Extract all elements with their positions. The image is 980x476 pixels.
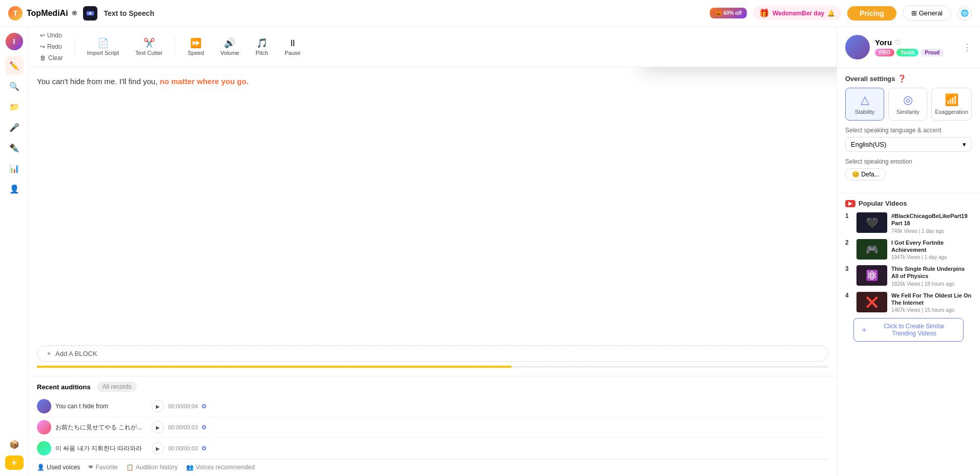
tab-icon: ❤ bbox=[88, 464, 93, 471]
redo-button[interactable]: ↪ Redo bbox=[37, 42, 66, 51]
record-dot[interactable] bbox=[202, 425, 206, 429]
undo-button[interactable]: ↩ Undo bbox=[37, 31, 66, 40]
exaggeration-icon: 📶 bbox=[945, 93, 958, 107]
video-number: 3 bbox=[845, 265, 852, 272]
sidebar-icon-person[interactable]: 👤 bbox=[5, 180, 24, 198]
text-cutter-tool[interactable]: ✂️ Text Cutter bbox=[131, 35, 167, 58]
record-dot[interactable] bbox=[202, 446, 206, 450]
record-avatar bbox=[37, 420, 51, 434]
exaggeration-card[interactable]: 📶 Exaggeration bbox=[931, 88, 972, 121]
similarity-card[interactable]: ◎ Similarity bbox=[888, 88, 927, 121]
all-records-button[interactable]: All records bbox=[97, 382, 137, 392]
general-button[interactable]: ⊞ General bbox=[903, 6, 951, 21]
record-dot[interactable] bbox=[202, 404, 206, 408]
record-play-button[interactable]: ▶ bbox=[152, 442, 164, 454]
video-thumbnail: 🖤 bbox=[856, 212, 887, 233]
progress-bar bbox=[37, 366, 828, 368]
record-text: You can t hide from bbox=[55, 403, 148, 410]
videos-list: 1 🖤 #BlackChicagoBeLikePart19 Part 18 74… bbox=[845, 212, 972, 313]
video-number: 1 bbox=[845, 212, 852, 220]
records-list: You can t hide from ▶ 00:00/00:04 お前たちに見… bbox=[37, 396, 828, 459]
video-number: 4 bbox=[845, 292, 852, 299]
sidebar-icon-chart[interactable]: 📊 bbox=[5, 159, 24, 177]
record-time: 00:00/00:04 bbox=[168, 403, 198, 409]
video-info: #BlackChicagoBeLikePart19 Part 18 749k V… bbox=[891, 212, 972, 234]
halloween-off: 60% off bbox=[724, 10, 742, 16]
video-thumbnail: 🎮 bbox=[856, 239, 887, 260]
left-sidebar: I ✏️ 🔍 📁 🎤 ✒️ 📊 👤 📦 + bbox=[0, 27, 29, 476]
bottom-tab-audition-history[interactable]: 📋Audition history bbox=[126, 464, 178, 471]
speaking-emotion-title: Select speaking emotion bbox=[845, 158, 972, 165]
youtube-icon: ▶ bbox=[845, 200, 855, 207]
video-thumbnail: ❌ bbox=[856, 292, 887, 312]
clear-button[interactable]: 🗑 Clear bbox=[37, 53, 66, 63]
help-icon[interactable]: ❓ bbox=[897, 74, 906, 83]
badge-pro: PRO bbox=[875, 49, 894, 56]
grid-icon: ⊞ bbox=[911, 9, 917, 17]
sidebar-icon-search[interactable]: 🔍 bbox=[5, 77, 24, 95]
stability-icon: △ bbox=[861, 93, 869, 107]
halloween-badge[interactable]: 🎃 60% off bbox=[710, 8, 747, 18]
editor-text: You can't hide from me. I'll find you, n… bbox=[37, 75, 828, 341]
record-text: 이 싸움 내가 지휘한다 따라와라 bbox=[55, 444, 148, 453]
svg-point-1 bbox=[89, 12, 91, 14]
editor-area[interactable]: You can't hide from me. I'll find you, n… bbox=[29, 67, 836, 376]
video-info: We Fell For The Oldest Lie On The Intern… bbox=[891, 292, 972, 313]
record-avatar bbox=[37, 399, 51, 413]
import-script-tool[interactable]: 📄 Import Script bbox=[83, 35, 123, 58]
video-meta: 749k Views | 1 day ago bbox=[891, 228, 972, 234]
speed-tool[interactable]: ⏩ Speed bbox=[183, 35, 208, 58]
add-block-button[interactable]: ＋ Add A BLOCK bbox=[37, 345, 828, 362]
sidebar-icon-book[interactable]: 📁 bbox=[5, 97, 24, 116]
promo-badge[interactable]: 🎁 WedonemBer day 🔔 bbox=[753, 6, 841, 20]
sidebar-icon-mic[interactable]: 🎤 bbox=[5, 118, 24, 136]
sidebar-icon-edit[interactable]: ✒️ bbox=[5, 138, 24, 157]
video-item[interactable]: 2 🎮 I Got Every Fortnite Achievement 194… bbox=[845, 239, 972, 261]
badges-row: PRO Youth Proud bbox=[875, 49, 957, 56]
video-title: This Single Rule Underpins All of Physic… bbox=[891, 265, 972, 280]
video-meta: 1947k Views | 1 day ago bbox=[891, 254, 972, 260]
video-item[interactable]: 3 ⚛️ This Single Rule Underpins All of P… bbox=[845, 265, 972, 287]
sidebar-icon-pencil[interactable]: ✏️ bbox=[5, 56, 24, 75]
sidebar-bottom: 📦 + bbox=[5, 435, 24, 470]
more-options-button[interactable]: ⋮ bbox=[963, 42, 972, 53]
globe-icon[interactable]: 🌐 bbox=[957, 6, 972, 21]
volume-tool[interactable]: 🔊 Volume bbox=[216, 35, 243, 58]
stability-card[interactable]: △ Stability bbox=[845, 88, 884, 121]
pitch-tool[interactable]: 🎵 Pitch bbox=[252, 35, 272, 58]
record-time: 00:00/00:03 bbox=[168, 424, 198, 430]
settings-title: Overall settings ❓ bbox=[845, 74, 972, 83]
bottom-tab-voices-recommended[interactable]: 👥Voices recommended bbox=[186, 464, 255, 471]
video-item[interactable]: 4 ❌ We Fell For The Oldest Lie On The In… bbox=[845, 292, 972, 313]
video-title: I Got Every Fortnite Achievement bbox=[891, 239, 972, 254]
video-info: I Got Every Fortnite Achievement 1947k V… bbox=[891, 239, 972, 261]
speaking-language-selector[interactable]: English(US) ▾ bbox=[845, 137, 972, 152]
video-item[interactable]: 1 🖤 #BlackChicagoBeLikePart19 Part 18 74… bbox=[845, 212, 972, 234]
create-trending-button[interactable]: ＋ Click to Create Similar Trending Video… bbox=[853, 318, 964, 342]
bottom-tab-favorite[interactable]: ❤Favorite bbox=[88, 464, 117, 471]
import-icon: 📄 bbox=[97, 37, 109, 49]
cutter-icon: ✂️ bbox=[144, 37, 155, 49]
settings-cards: △ Stability ◎ Similarity 📶 Exaggeration bbox=[845, 88, 972, 121]
tts-label: Text to Speech bbox=[104, 9, 154, 17]
emotion-button[interactable]: 😊 Defa... bbox=[845, 168, 886, 181]
record-item: 이 싸움 내가 지휘한다 따라와라 ▶ 00:00/00:03 bbox=[37, 438, 828, 459]
video-meta: 1467k Views | 15 hours ago bbox=[891, 307, 972, 313]
logo-text: TopMediAi bbox=[27, 9, 68, 18]
record-play-button[interactable]: ▶ bbox=[152, 400, 164, 412]
record-time: 00:00/00:03 bbox=[168, 445, 198, 451]
halloween-text: 🎃 bbox=[715, 10, 722, 16]
record-play-button[interactable]: ▶ bbox=[152, 421, 164, 433]
pause-tool[interactable]: ⏸ Pause bbox=[280, 36, 304, 58]
sidebar-icon-add[interactable]: + bbox=[5, 455, 24, 470]
user-avatar[interactable]: I bbox=[6, 33, 23, 50]
popular-videos-title: ▶ Popular Videos bbox=[845, 200, 972, 207]
pause-icon: ⏸ bbox=[288, 38, 297, 49]
promo-text: WedonemBer day bbox=[772, 10, 824, 17]
chevron-down-icon: ▾ bbox=[963, 141, 966, 148]
bottom-tab-used-voices[interactable]: 👤Used voices bbox=[37, 464, 80, 471]
heart-icon[interactable]: ♡ bbox=[894, 38, 901, 47]
video-title: We Fell For The Oldest Lie On The Intern… bbox=[891, 292, 972, 307]
sidebar-icon-package[interactable]: 📦 bbox=[5, 435, 24, 453]
pricing-button[interactable]: Pricing bbox=[847, 6, 896, 21]
